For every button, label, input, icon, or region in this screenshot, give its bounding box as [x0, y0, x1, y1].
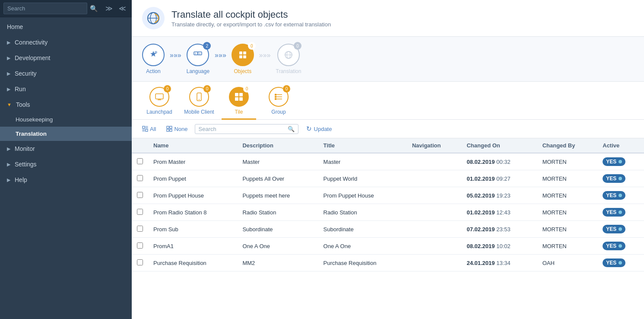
table-row: Prom Master Master Master 08.02.2019 00:…	[132, 153, 644, 170]
svg-text:A: A	[195, 52, 197, 55]
row-checkbox-cell	[132, 187, 148, 204]
search-button[interactable]: 🔍	[87, 3, 101, 14]
svg-rect-20	[235, 93, 238, 96]
cell-changed-on: 07.02.2019 23:53	[461, 221, 537, 238]
cell-name: Prom Master	[148, 153, 237, 170]
expand-all-button[interactable]: ≪	[117, 3, 128, 13]
tab-launchpad-label: Launchpad	[146, 109, 172, 115]
page-header: Translate all cockpit objects Translate …	[132, 0, 644, 37]
step-objects[interactable]: 0 Objects	[232, 44, 254, 74]
svg-rect-15	[155, 94, 163, 99]
step-objects-count: 0	[248, 42, 256, 50]
row-checkbox[interactable]	[137, 192, 143, 198]
column-active: Active	[597, 138, 644, 153]
chevron-right-icon: ▶	[7, 86, 10, 92]
update-label: Update	[314, 126, 332, 132]
svg-rect-27	[275, 94, 276, 96]
chevron-right-icon: ▶	[7, 71, 10, 77]
cell-description: Subordinate	[237, 221, 318, 238]
row-checkbox[interactable]	[137, 242, 143, 249]
sidebar-item-connectivity[interactable]: ▶ Connectivity	[0, 35, 132, 50]
sidebar-item-security[interactable]: ▶ Security	[0, 66, 132, 81]
select-all-label: All	[150, 126, 156, 132]
sidebar-item-translation[interactable]: Translation	[0, 127, 132, 141]
table-row: Prom Puppet House Puppets meet here Prom…	[132, 187, 644, 204]
sidebar-item-tools[interactable]: ▼ Tools	[0, 97, 132, 112]
svg-rect-36	[167, 129, 169, 131]
select-all-button[interactable]: All	[139, 124, 159, 134]
step-arrow-3: »»»	[259, 51, 271, 67]
active-badge[interactable]: YES	[603, 157, 625, 166]
row-checkbox-cell	[132, 221, 148, 238]
row-checkbox[interactable]	[137, 175, 143, 181]
search-box: 🔍	[195, 124, 298, 134]
row-checkbox[interactable]	[137, 259, 143, 265]
cell-active: YES	[597, 238, 644, 255]
sidebar-item-home[interactable]: Home	[0, 19, 132, 35]
cell-description: Master	[237, 153, 318, 170]
row-checkbox[interactable]	[137, 158, 143, 164]
tab-mobile-client[interactable]: 0 Mobile Client	[182, 87, 216, 120]
sidebar-item-settings[interactable]: ▶ Settings	[0, 156, 132, 172]
row-checkbox[interactable]	[137, 226, 143, 232]
svg-rect-22	[235, 97, 238, 101]
sidebar-item-help[interactable]: ▶ Help	[0, 172, 132, 188]
tab-group[interactable]: 0 Group	[261, 87, 296, 120]
sidebar-item-label: Security	[15, 70, 37, 77]
refresh-icon: ↻	[306, 125, 312, 133]
sidebar-search-bar: 🔍 ≫ ≪	[0, 0, 132, 17]
table-search-input[interactable]	[199, 126, 288, 132]
active-badge[interactable]: YES	[603, 191, 625, 200]
sidebar-item-monitor[interactable]: ▶ Monitor	[0, 141, 132, 156]
table-row: Prom Radio Station 8 Radio Station Radio…	[132, 204, 644, 221]
update-button[interactable]: ↻ Update	[302, 123, 336, 134]
sidebar-item-label: Connectivity	[15, 39, 48, 46]
cell-title: Radio Station	[318, 204, 407, 221]
sidebar-item-development[interactable]: ▶ Development	[0, 50, 132, 66]
chevron-right-icon: ▶	[7, 55, 10, 61]
svg-rect-10	[239, 55, 242, 58]
svg-rect-11	[243, 55, 246, 58]
row-checkbox[interactable]	[137, 209, 143, 215]
cell-navigation	[407, 153, 462, 170]
sidebar-item-label: Run	[15, 86, 26, 93]
tab-launchpad[interactable]: 0 Launchpad	[142, 87, 177, 120]
step-language[interactable]: 2 A 文 Language	[187, 44, 209, 74]
data-table: Name Description Title Navigation Change…	[132, 138, 644, 271]
tab-tile[interactable]: 0 Tile	[222, 87, 256, 120]
step-objects-label: Objects	[234, 68, 251, 74]
svg-rect-37	[170, 129, 172, 131]
active-badge[interactable]: YES	[603, 258, 625, 267]
cell-description: Radio Station	[237, 204, 318, 221]
active-badge[interactable]: YES	[603, 225, 625, 233]
cell-name: Purchase Requisition	[148, 255, 237, 271]
cell-description: Puppets All Over	[237, 170, 318, 187]
step-action-circle	[142, 44, 165, 66]
sidebar-item-housekeeping[interactable]: Housekeeping	[0, 112, 132, 127]
sidebar-item-label: Monitor	[15, 145, 35, 152]
sidebar-item-label: Home	[7, 23, 23, 30]
cell-title: One A One	[318, 238, 407, 255]
active-dot	[619, 194, 622, 197]
step-action[interactable]: Action	[142, 44, 165, 74]
sidebar-item-run[interactable]: ▶ Run	[0, 81, 132, 97]
active-dot	[619, 261, 622, 265]
step-translation-label: Translation	[276, 68, 301, 74]
step-language-count: 2	[203, 42, 211, 50]
active-badge[interactable]: YES	[603, 174, 625, 183]
search-input[interactable]	[3, 3, 87, 14]
active-badge[interactable]: YES	[603, 208, 625, 217]
cell-name: Prom Puppet House	[148, 187, 237, 204]
step-translation[interactable]: 0 Translation	[276, 44, 301, 74]
cell-changed-on: 05.02.2019 19:23	[461, 187, 537, 204]
data-table-wrap: Name Description Title Navigation Change…	[132, 138, 644, 319]
active-badge[interactable]: YES	[603, 242, 625, 250]
select-none-button[interactable]: None	[163, 124, 191, 134]
cell-active: YES	[597, 153, 644, 170]
tab-tile-circle: 0	[229, 87, 249, 107]
svg-rect-8	[239, 51, 242, 54]
collapse-all-button[interactable]: ≫	[103, 3, 115, 13]
sidebar-navigation: Home ▶ Connectivity ▶ Development ▶ Secu…	[0, 17, 132, 319]
cell-navigation	[407, 255, 462, 271]
select-none-label: None	[174, 126, 187, 132]
